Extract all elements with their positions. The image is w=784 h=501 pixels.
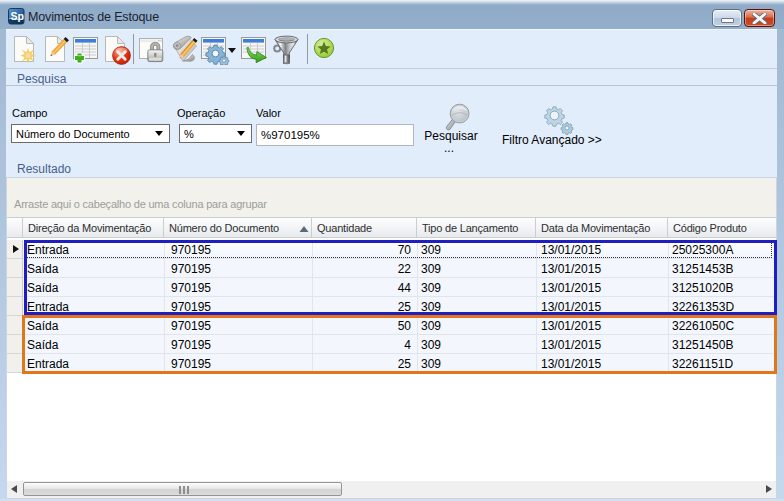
svg-text:Sp: Sp xyxy=(11,10,24,22)
